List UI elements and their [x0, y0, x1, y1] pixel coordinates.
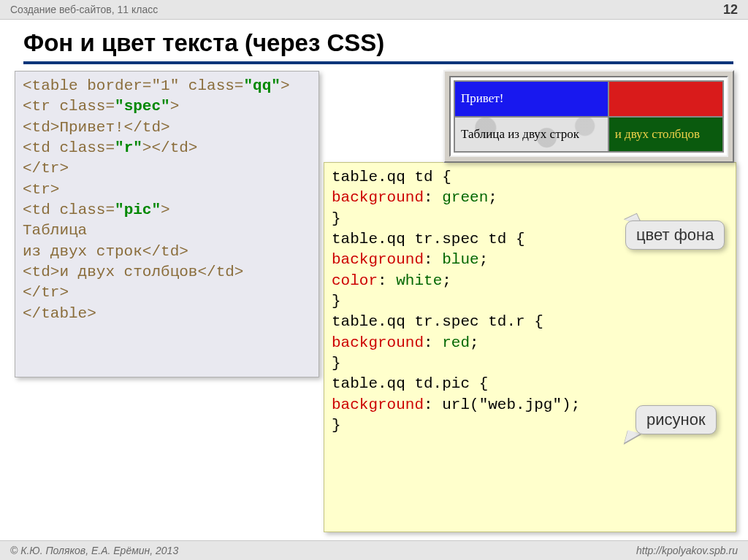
cell-red [608, 81, 723, 117]
code-line: table.qq td { [332, 167, 728, 188]
code-line: </tr> [23, 158, 311, 179]
footer-url: http://kpolyakov.spb.ru [636, 545, 738, 556]
code-line: <td>Привет!</td> [23, 118, 311, 138]
code-line: Таблица [23, 220, 311, 241]
cell-pic: Таблица из двух строк [454, 117, 608, 153]
bottom-bar: © К.Ю. Поляков, Е.А. Ерёмин, 2013 http:/… [0, 540, 748, 560]
course-label: Создание веб-сайтов, 11 класс [10, 4, 158, 15]
slide: Создание веб-сайтов, 11 класс 12 Фон и ц… [0, 0, 748, 560]
code-line: <tr> [23, 180, 311, 200]
callout-bg-color: цвет фона [625, 220, 725, 250]
slide-title: Фон и цвет текста (через CSS) [23, 29, 384, 57]
code-line: background: blue; [332, 250, 728, 270]
code-line: } [332, 353, 728, 374]
table-row: Привет! [454, 81, 723, 117]
css-code-block: table.qq td { background: green; } table… [324, 162, 736, 532]
html-code-block: <table border="1" class="qq"> <tr class=… [15, 71, 319, 377]
code-line: color: white; [332, 271, 728, 291]
code-line: </tr> [23, 283, 311, 303]
code-line: <table border="1" class="qq"> [23, 76, 311, 96]
code-line: background: red; [332, 333, 728, 353]
callout-picture: рисунок [636, 405, 717, 434]
code-line: } [332, 291, 728, 312]
top-bar: Создание веб-сайтов, 11 класс 12 [0, 0, 748, 20]
title-underline [23, 61, 733, 64]
code-line: из двух строк</td> [23, 242, 311, 262]
code-line: <td>и двух столбцов</td> [23, 262, 311, 283]
table-row: Таблица из двух строк и двух столбцов [454, 117, 723, 153]
code-line: <tr class="spec"> [23, 96, 311, 117]
preview-inner: Привет! Таблица из двух строк и двух сто… [449, 76, 728, 157]
code-line: <td class="r"></td> [23, 138, 311, 158]
code-line: table.qq tr.spec td.r { [332, 312, 728, 332]
preview-table: Привет! Таблица из двух строк и двух сто… [454, 80, 724, 153]
code-line: </table> [23, 304, 311, 324]
cell-green: и двух столбцов [608, 117, 723, 153]
page-number: 12 [723, 2, 738, 18]
code-line: table.qq td.pic { [332, 374, 728, 394]
copyright-label: © К.Ю. Поляков, Е.А. Ерёмин, 2013 [10, 545, 178, 556]
preview-window: Привет! Таблица из двух строк и двух сто… [443, 70, 734, 163]
code-line: background: green; [332, 188, 728, 208]
code-line: <td class="pic"> [23, 200, 311, 220]
cell-blue: Привет! [454, 81, 608, 117]
